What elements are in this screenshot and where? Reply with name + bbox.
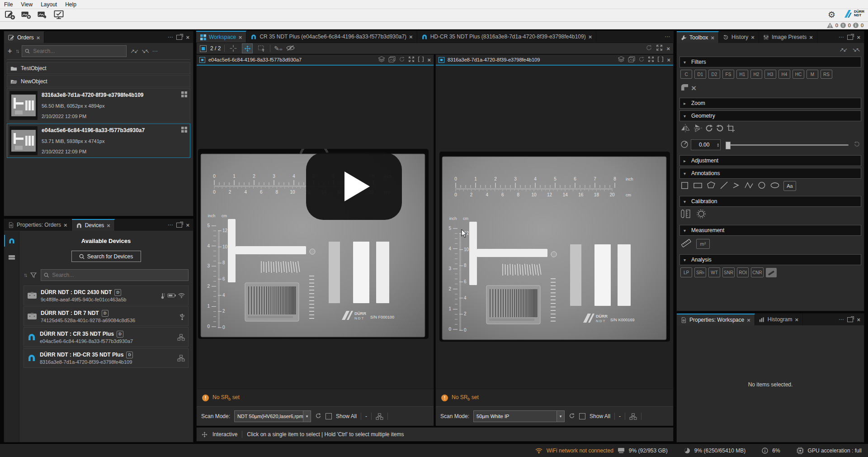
rotate-ccw-icon[interactable] [716,124,724,134]
length-calibration-icon[interactable] [680,209,691,220]
ruler-tool-icon[interactable] [680,238,692,249]
close-icon[interactable]: × [239,34,242,40]
menu-layout[interactable]: Layout [37,1,61,8]
refresh-scan-modes-icon[interactable] [315,413,321,420]
move-tool-icon[interactable] [242,43,253,53]
orders-search[interactable] [22,45,127,57]
filter-button[interactable]: C [680,70,692,79]
filter-button[interactable]: HC [793,70,804,79]
add-image-icon[interactable] [20,10,32,21]
slider-handle[interactable] [726,142,731,149]
wifi-status[interactable]: WiFi network not connected [547,447,613,454]
frames-icon[interactable] [628,56,635,63]
xray-canvas[interactable]: S/N F000100 [197,66,434,389]
more-icon[interactable]: ⋯ [167,222,173,228]
rotate-cw-icon[interactable] [705,124,713,134]
section-annotations[interactable]: ▾Annotations [679,168,861,179]
tab-devices[interactable]: Devices× [72,219,115,231]
filter-button[interactable]: H1 [736,70,748,79]
add-icon[interactable]: + [8,47,12,55]
memory-usage[interactable]: 9% (6250/65410 MB) [694,447,745,454]
ellipse-tool-icon[interactable] [770,181,780,191]
section-zoom[interactable]: ▸Zoom [679,98,861,109]
grid-view-icon[interactable] [181,91,187,97]
layers-icon[interactable] [378,56,385,63]
popout-icon[interactable] [847,317,853,322]
section-measurement[interactable]: ▾Measurement [679,225,861,236]
more-icon[interactable]: ⋯ [167,34,173,40]
orders-search-input[interactable] [32,48,123,55]
polyline-tool-icon[interactable] [732,181,741,191]
close-icon[interactable]: × [186,34,189,40]
device-row[interactable]: DÜRR NDT : HD-CR 35 NDT PlusD 8316a3e8-7… [24,348,189,368]
menu-view[interactable]: View [17,1,37,8]
viewer-checkbox[interactable] [199,57,205,63]
close-icon[interactable]: × [747,317,750,323]
rectangle-tool-icon[interactable] [693,181,703,191]
crosshair-tool-icon[interactable] [228,44,238,53]
fullscreen-icon[interactable] [657,56,664,63]
close-icon[interactable]: × [667,57,670,63]
marquee-select-icon[interactable] [256,44,266,53]
expand-all-icon[interactable]: ↗↙ [130,48,137,54]
collapse-all-icon[interactable]: ↘↖ [141,48,148,54]
more-icon[interactable]: ⋯ [665,33,670,40]
popout-icon[interactable] [176,223,182,228]
menu-file[interactable]: File [0,1,17,8]
circle-tool-icon[interactable] [757,181,766,191]
close-icon[interactable]: × [809,34,813,40]
acquire-monitor-icon[interactable] [53,10,65,21]
popout-icon[interactable] [176,35,182,40]
tab-workspace[interactable]: Workspace× [196,31,246,43]
refresh-icon[interactable] [646,44,652,52]
area-tool[interactable]: m² [696,239,710,249]
hide-annotations-icon[interactable] [286,45,295,52]
devices-search-input[interactable] [51,271,185,279]
section-geometry[interactable]: ▾Geometry [679,110,861,121]
curve-tool-icon[interactable] [744,181,754,191]
tab-history[interactable]: History× [719,31,759,43]
close-icon[interactable]: × [589,34,592,40]
close-icon[interactable]: × [107,223,110,228]
tab-cr35[interactable]: CR 35 NDT Plus (e04ac5e6-6c84-4196-8a33-… [246,31,417,43]
show-all-checkbox[interactable] [326,413,332,419]
viewer-header[interactable]: e04ac5e6-6c84-4196-8a33-f577b3d930a7 × [197,55,434,66]
tab-toolbox[interactable]: Toolbox× [677,31,719,43]
fullscreen-icon[interactable] [418,56,424,63]
show-all-checkbox[interactable] [579,413,585,419]
lp-button[interactable]: LP [680,267,692,277]
wt-button[interactable]: WT [708,267,720,277]
sort-icon[interactable]: ↑↓ [24,272,26,278]
section-adjustment[interactable]: ▸Adjustment [679,155,861,166]
order-item[interactable]: e04ac5e6-6c84-4196-8a33-f577b3d930a7 53.… [7,124,190,158]
tab-properties-orders[interactable]: Properties: Orders× [4,219,72,231]
layers-icon[interactable] [618,56,625,63]
maximize-icon[interactable] [648,56,654,63]
rail-devices-icon[interactable] [4,234,19,248]
filter-icon[interactable] [30,272,37,278]
close-icon[interactable]: × [795,317,798,323]
close-icon[interactable]: × [409,34,413,40]
close-icon[interactable]: × [666,46,670,52]
search-for-devices-button[interactable]: Search for Devices [71,251,141,262]
expand-all-icon[interactable]: ↗↙ [840,47,847,53]
import-image-icon[interactable] [37,10,48,21]
menu-help[interactable]: Help [61,1,80,8]
collapse-all-icon[interactable]: ↘↖ [852,47,859,53]
info-circle-icon[interactable]: i [853,23,859,28]
gpu-status[interactable]: GPU acceleration : full [808,447,862,454]
close-icon[interactable]: × [37,35,40,41]
maximize-icon[interactable] [408,56,415,63]
xray-image[interactable]: S/N K000169 [439,152,670,342]
disk-usage[interactable]: 9% (92/953 GB) [629,447,668,454]
rotate-dial-icon[interactable] [680,140,689,150]
more-icon[interactable]: ⋯ [838,34,844,40]
close-icon[interactable]: × [427,57,431,63]
tab-orders[interactable]: Orders× [4,31,44,43]
close-icon[interactable]: × [857,34,860,40]
cnr-button[interactable]: CNR [751,267,764,277]
rotation-value-input[interactable]: 0.00 ▴▾ [691,139,721,150]
cpu-usage[interactable]: 6% [772,447,780,454]
tab-histogram[interactable]: Histogram× [755,314,803,325]
srb-button[interactable]: SRb [694,267,706,277]
